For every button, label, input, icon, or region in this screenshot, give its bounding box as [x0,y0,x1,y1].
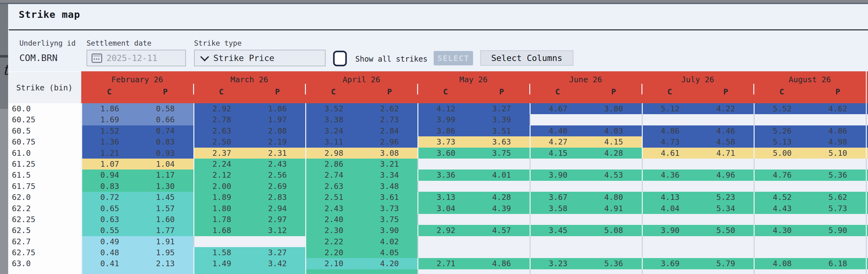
settlement-date-input[interactable]: 2025-12-11 [87,50,186,66]
call-price-cell[interactable]: 3.58 [530,203,586,214]
call-price-cell[interactable]: 3.38 [305,114,361,125]
call-price-cell[interactable] [530,247,586,258]
put-price-cell[interactable]: 5.08 [586,225,642,236]
call-price-cell[interactable]: 2.40 [305,214,361,225]
put-price-cell[interactable] [474,214,530,225]
put-price-cell[interactable]: 3.73 [362,203,417,214]
call-price-cell[interactable]: 4.36 [642,169,698,181]
put-price-cell[interactable] [810,236,866,247]
put-price-cell[interactable] [137,269,193,274]
put-price-cell[interactable]: 2.94 [249,203,305,214]
call-price-cell[interactable]: 0.63 [81,214,137,225]
put-price-cell[interactable]: 4.03 [586,126,642,136]
put-price-cell[interactable]: 4.91 [586,203,642,214]
call-price-cell[interactable]: 2.51 [305,192,361,203]
put-price-cell[interactable]: 5.10 [810,148,866,159]
call-price-cell[interactable]: 1.36 [81,136,137,147]
put-price-cell[interactable] [474,236,530,247]
call-price-cell[interactable]: 4.43 [754,203,810,214]
put-price-cell[interactable]: 4.62 [810,103,866,114]
put-price-cell[interactable]: 1.95 [137,247,193,258]
put-price-cell[interactable]: 3.08 [362,148,417,159]
put-price-cell[interactable] [586,247,642,258]
put-price-cell[interactable]: 4.80 [586,192,642,203]
put-price-cell[interactable]: 2.56 [249,169,305,181]
call-price-cell[interactable] [417,236,473,247]
put-price-cell[interactable]: 2.96 [362,136,417,147]
call-price-cell[interactable]: 5.00 [754,148,810,159]
put-price-cell[interactable]: 4.15 [586,136,642,147]
put-price-cell[interactable]: 3.21 [362,159,417,169]
put-price-cell[interactable] [698,236,754,247]
call-price-cell[interactable] [530,114,586,125]
put-price-cell[interactable]: 3.61 [362,192,417,203]
call-price-cell[interactable]: 3.60 [417,148,473,159]
call-price-cell[interactable]: 4.30 [754,225,810,236]
select-button[interactable]: SELECT [434,51,473,65]
call-price-cell[interactable]: 1.07 [81,159,137,169]
call-price-cell[interactable] [642,159,698,169]
put-price-cell[interactable]: 3.75 [362,214,417,225]
put-price-cell[interactable] [586,181,642,192]
put-price-cell[interactable]: 2.43 [249,159,305,169]
call-price-cell[interactable]: 2.24 [193,159,249,169]
put-price-cell[interactable]: 5.79 [698,258,754,269]
put-price-cell[interactable] [586,236,642,247]
call-price-cell[interactable]: 1.49 [193,258,249,269]
call-price-cell[interactable]: 2.78 [193,114,249,125]
call-price-cell[interactable] [417,214,473,225]
put-price-cell[interactable] [810,114,866,125]
put-price-cell[interactable]: 0.93 [137,148,193,159]
call-price-cell[interactable] [754,159,810,169]
put-price-cell[interactable]: 2.97 [249,214,305,225]
put-price-cell[interactable]: 1.04 [137,159,193,169]
call-price-cell[interactable] [754,236,810,247]
call-price-cell[interactable] [642,247,698,258]
call-price-cell[interactable]: 3.04 [417,203,473,214]
put-price-cell[interactable] [249,269,305,274]
show-all-strikes-checkbox[interactable] [333,51,347,66]
put-price-cell[interactable]: 2.19 [249,136,305,147]
put-price-cell[interactable]: 0.66 [137,114,193,125]
put-price-cell[interactable]: 5.50 [698,225,754,236]
call-price-cell[interactable] [193,236,249,247]
put-price-cell[interactable] [586,159,642,169]
call-price-cell[interactable]: 2.74 [305,169,361,181]
put-price-cell[interactable]: 3.80 [586,103,642,114]
call-price-cell[interactable]: 5.13 [754,136,810,147]
put-price-cell[interactable]: 4.86 [810,126,866,136]
put-price-cell[interactable]: 4.46 [698,126,754,136]
put-price-cell[interactable] [698,159,754,169]
call-price-cell[interactable]: 4.73 [642,136,698,147]
call-price-cell[interactable] [754,247,810,258]
call-price-cell[interactable] [81,269,137,274]
put-price-cell[interactable]: 2.62 [362,103,417,114]
call-price-cell[interactable]: 3.99 [417,114,473,125]
put-price-cell[interactable]: 3.48 [362,181,417,192]
call-price-cell[interactable]: 0.55 [81,225,137,236]
call-price-cell[interactable] [530,181,586,192]
call-price-cell[interactable]: 0.48 [81,247,137,258]
put-price-cell[interactable]: 1.57 [137,203,193,214]
call-price-cell[interactable] [305,269,361,274]
put-price-cell[interactable]: 1.60 [137,214,193,225]
put-price-cell[interactable]: 4.05 [362,247,417,258]
put-price-cell[interactable]: 1.77 [137,225,193,236]
call-price-cell[interactable]: 3.73 [417,136,473,147]
call-price-cell[interactable]: 4.52 [754,192,810,203]
call-price-cell[interactable] [530,236,586,247]
call-price-cell[interactable]: 3.45 [530,225,586,236]
put-price-cell[interactable]: 6.18 [810,258,866,269]
call-price-cell[interactable]: 3.36 [417,169,473,181]
call-price-cell[interactable] [642,236,698,247]
put-price-cell[interactable] [698,214,754,225]
put-price-cell[interactable]: 5.73 [810,203,866,214]
put-price-cell[interactable]: 2.69 [249,181,305,192]
call-price-cell[interactable]: 0.41 [81,258,137,269]
put-price-cell[interactable] [474,247,530,258]
put-price-cell[interactable]: 2.84 [362,126,417,136]
put-price-cell[interactable] [698,269,754,274]
call-price-cell[interactable] [530,159,586,169]
call-price-cell[interactable]: 0.83 [81,181,137,192]
put-price-cell[interactable]: 1.30 [137,181,193,192]
